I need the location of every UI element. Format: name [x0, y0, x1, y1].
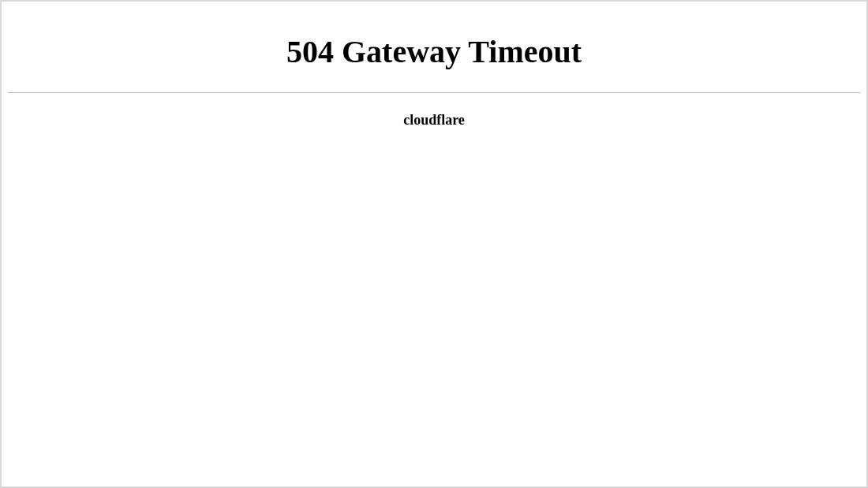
provider-label: cloudflare: [8, 112, 860, 129]
error-heading: 504 Gateway Timeout: [8, 33, 860, 70]
error-page: 504 Gateway Timeout cloudflare: [8, 33, 860, 488]
divider: [8, 92, 860, 93]
